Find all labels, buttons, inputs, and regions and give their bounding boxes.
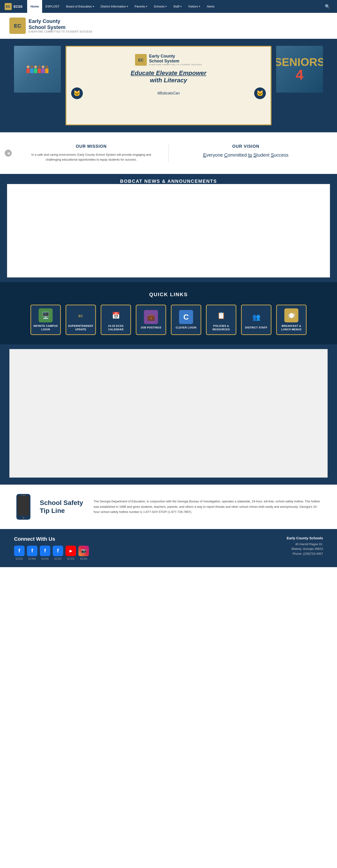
clever-icon: C	[179, 310, 193, 324]
quick-links-grid: 🖥️ INFINITE CAMPUS LOGIN EC SUPERINTENDE…	[14, 305, 323, 335]
vision-text: Everyone Committed to Student Success	[178, 152, 314, 158]
embed-section	[0, 344, 337, 485]
nav-staff[interactable]: Staff ▾	[170, 0, 185, 13]
nav-links: Home ESPLOST Board of Education ▾ Distri…	[27, 0, 322, 13]
quick-link-policies[interactable]: 📋 POLICIES & RESOURCES	[206, 305, 236, 335]
hero-hashtag: #BobcatsCan	[157, 91, 180, 95]
nav-alerts[interactable]: Alerts	[203, 0, 218, 13]
footer-school-name: Early County Schools	[287, 536, 323, 540]
facebook-echs-icon[interactable]: f	[40, 546, 50, 556]
policies-label: POLICIES & RESOURCES	[207, 324, 236, 331]
quick-link-superintendent[interactable]: EC SUPERINTENDENT UPDATE	[65, 305, 96, 335]
staff-label: DISTRICT STAFF	[245, 326, 267, 329]
quick-link-jobs[interactable]: 💼 JOB POSTINGS	[136, 305, 166, 335]
hero-center-logo-icon: EC	[135, 54, 147, 66]
nav-home[interactable]: Home	[27, 0, 42, 13]
footer-address-details: 40 Harold Ragan Dr. Blakely, Georgia 398…	[287, 542, 323, 556]
vision-block: OUR VISION Everyone Committed to Student…	[178, 144, 314, 158]
infinite-campus-icon: 🖥️	[38, 308, 53, 322]
nav-parents[interactable]: Parents ▾	[131, 0, 150, 13]
footer-address: Early County Schools 40 Harold Ragan Dr.…	[287, 536, 323, 556]
hero-section: EC Early County School System EVERYONE C…	[0, 39, 337, 132]
social-ecms-label: ECMS	[29, 557, 36, 560]
nav-district[interactable]: District Information ▾	[97, 0, 131, 13]
school-name: Early County School System	[29, 18, 92, 31]
instagram-icon[interactable]: 📷	[78, 546, 89, 556]
youtube-icon[interactable]: ▶	[65, 546, 76, 556]
school-tagline: EVERYONE COMMITTED TO STUDENT SUCCESS	[29, 30, 92, 33]
lunch-label: BREAKFAST & LUNCH MENUS	[277, 324, 306, 331]
superintendent-icon: EC	[74, 308, 88, 322]
news-content	[7, 184, 330, 278]
nav-schools[interactable]: Schools ▾	[150, 0, 170, 13]
board-chevron-icon: ▾	[93, 5, 94, 8]
infinite-campus-label: INFINITE CAMPUS LOGIN	[31, 324, 60, 331]
social-ecss-ig-label: ECSS	[80, 557, 87, 560]
policies-icon: 📋	[214, 308, 228, 322]
social-ecss-fb: f ECSS	[53, 546, 63, 560]
svg-rect-9	[21, 495, 26, 496]
hero-center-logo: EC Early County School System EVERYONE C…	[135, 54, 202, 66]
header-logo-text: Early County School System EVERYONE COMM…	[29, 18, 92, 33]
social-ecss-ig: 📷 ECSS	[78, 546, 89, 560]
facebook-ecms-icon[interactable]: f	[27, 546, 37, 556]
social-ecss-yt: ▶ ECSS	[65, 546, 76, 560]
safety-title: School Safety Tip Line	[40, 499, 87, 515]
mascot-left-icon: 🐱	[71, 87, 83, 99]
header-logo[interactable]: EC Early County School System EVERYONE C…	[9, 18, 92, 34]
social-echs: f ECHS	[40, 546, 50, 560]
quick-link-staff[interactable]: 👥 DISTRICT STAFF	[241, 305, 272, 335]
scroll-left-button[interactable]: ◀	[5, 150, 12, 157]
social-echs-label: ECHS	[41, 557, 49, 560]
mission-block: OUR MISSION In a safe and caring environ…	[23, 144, 159, 162]
hero-photo-right: SENIORS4	[276, 46, 323, 93]
staff-chevron-icon: ▾	[180, 5, 181, 8]
safety-description: The Georgia Department of Education, in …	[94, 499, 323, 514]
quick-link-infinite-campus[interactable]: 🖥️ INFINITE CAMPUS LOGIN	[30, 305, 61, 335]
header-logo-icon: EC	[9, 18, 26, 34]
quick-links-section: QUICK LINKS 🖥️ INFINITE CAMPUS LOGIN EC …	[0, 282, 337, 344]
social-icons: f ECES f ECMS f ECHS f ECSS	[14, 546, 89, 560]
quick-link-calendar[interactable]: 📅 24-25 ECSS CALENDAR	[101, 305, 131, 335]
calendar-label: 24-25 ECSS CALENDAR	[101, 324, 130, 331]
mission-vision-wrapper: ◀ OUR MISSION In a safe and caring envir…	[0, 132, 337, 174]
superintendent-label: SUPERINTENDENT UPDATE	[66, 324, 95, 331]
search-icon[interactable]: 🔍	[322, 4, 332, 9]
social-ecss-yt-label: ECSS	[67, 557, 75, 560]
mission-title: OUR MISSION	[23, 144, 159, 149]
mission-vision-section: OUR MISSION In a safe and caring environ…	[0, 132, 337, 174]
hero-mascots: 🐱 #BobcatsCan 🐱	[71, 87, 266, 99]
hero-center-school-name: Early County School System EVERYONE COMM…	[149, 54, 202, 66]
svg-rect-7	[18, 496, 29, 516]
phone-icon	[14, 494, 33, 520]
schools-chevron-icon: ▾	[165, 5, 167, 8]
top-navigation: EC ECSS Home ESPLOST Board of Education …	[0, 0, 337, 13]
facebook-eces-icon[interactable]: f	[14, 546, 25, 556]
clever-label: CLEVER LOGIN	[176, 326, 197, 329]
facebook-ecss-icon[interactable]: f	[53, 546, 63, 556]
embed-placeholder	[9, 349, 328, 477]
connect-title: Connect With Us	[14, 536, 89, 542]
news-section: BOBCAT NEWS & ANNOUNCEMENTS	[0, 174, 337, 282]
safety-section: School Safety Tip Line The Georgia Depar…	[0, 485, 337, 529]
nav-logo-icon: EC	[5, 3, 12, 10]
mission-text: In a safe and caring environment, Early …	[23, 152, 159, 162]
social-eces: f ECES	[14, 546, 25, 560]
staff-icon: 👥	[249, 310, 263, 324]
footer-connect: Connect With Us f ECES f ECMS f ECHS	[14, 536, 89, 560]
quick-link-lunch[interactable]: 🍽️ BREAKFAST & LUNCH MENUS	[276, 305, 307, 335]
hero-center-block: EC Early County School System EVERYONE C…	[65, 46, 272, 125]
quick-link-clever[interactable]: C CLEVER LOGIN	[171, 305, 201, 335]
svg-text:EC: EC	[14, 23, 21, 29]
nav-logo[interactable]: EC ECSS	[5, 3, 23, 10]
hero-photo-left	[14, 46, 61, 93]
footer: Connect With Us f ECES f ECMS f ECHS	[0, 529, 337, 567]
nav-visitors[interactable]: Visitors ▾	[185, 0, 203, 13]
hero-tagline: Educate Elevate Empower with Literacy	[131, 69, 206, 84]
nav-esplost[interactable]: ESPLOST	[42, 0, 63, 13]
jobs-label: JOB POSTINGS	[141, 326, 162, 329]
vision-title: OUR VISION	[178, 144, 314, 149]
svg-text:EC: EC	[138, 58, 143, 62]
nav-board[interactable]: Board of Education ▾	[63, 0, 97, 13]
mascot-right-icon: 🐱	[254, 87, 266, 99]
